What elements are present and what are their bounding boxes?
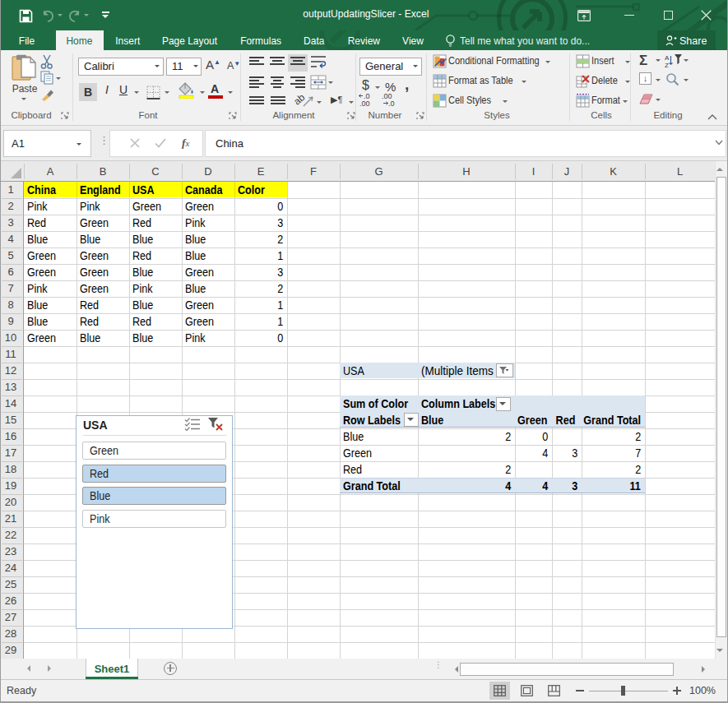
svg-text:.0: .0: [388, 99, 395, 107]
svg-text:Z: Z: [665, 62, 669, 68]
svg-text:A: A: [665, 54, 670, 62]
svg-text:.00: .00: [359, 99, 370, 107]
